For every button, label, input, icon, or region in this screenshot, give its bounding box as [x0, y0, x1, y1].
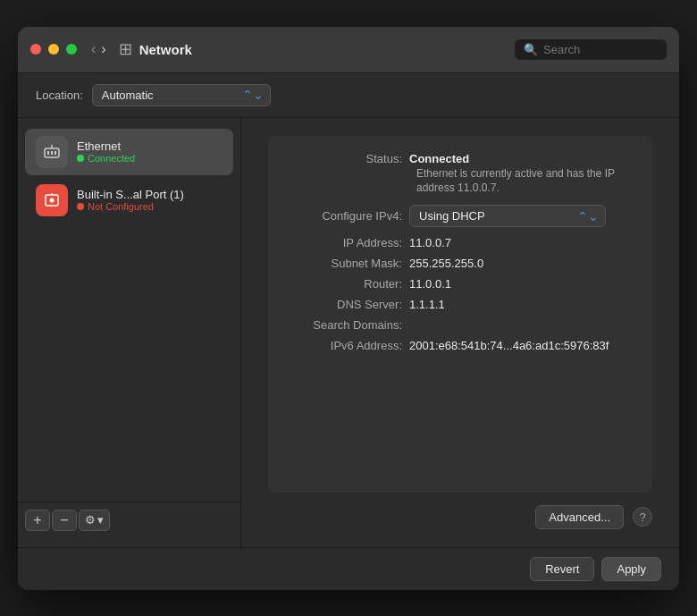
location-select-wrapper: Automatic ⌃⌄ [92, 84, 271, 106]
add-interface-button[interactable]: + [25, 510, 50, 531]
builtin-status-dot [77, 203, 84, 210]
svg-rect-1 [47, 151, 49, 155]
status-value: Connected [409, 152, 469, 165]
ip-address-value: 11.0.0.7 [409, 236, 451, 249]
search-box: 🔍 [515, 39, 667, 60]
configure-label: Configure IPv4: [286, 209, 402, 223]
gear-chevron: ▾ [97, 513, 104, 527]
detail-box: Status: Connected Ethernet is currently … [268, 136, 652, 493]
ethernet-status-dot [77, 155, 84, 162]
ethernet-status-text: Connected [88, 153, 135, 164]
ethernet-status: Connected [77, 153, 135, 164]
ethernet-item-text: Ethernet Connected [77, 139, 135, 164]
status-row: Status: Connected Ethernet is currently … [286, 150, 634, 197]
main-window: ‹ › ⊞ Network 🔍 Location: Automatic ⌃⌄ [18, 27, 679, 590]
gear-icon: ⚙ [85, 513, 96, 527]
traffic-lights [30, 44, 77, 55]
remove-interface-button[interactable]: − [52, 510, 77, 531]
ethernet-icon [36, 136, 68, 168]
dns-server-value: 1.1.1.1 [409, 298, 445, 311]
sidebar-bottom: + − ⚙ ▾ [18, 502, 240, 538]
configure-ipv4-row: Configure IPv4: Using DHCP ⌃⌄ [286, 205, 634, 227]
search-input[interactable] [543, 43, 658, 56]
svg-point-6 [50, 198, 55, 202]
search-icon: 🔍 [524, 43, 538, 56]
detail-bottom: Advanced... ? [268, 493, 652, 529]
ip-address-label: IP Address: [286, 236, 402, 249]
footer: Revert Apply [18, 547, 679, 590]
maximize-button[interactable] [66, 44, 77, 55]
sidebar-item-ethernet[interactable]: Ethernet Connected [25, 129, 233, 175]
location-toolbar: Location: Automatic ⌃⌄ [18, 73, 679, 118]
subnet-mask-value: 255.255.255.0 [409, 257, 483, 270]
subnet-mask-row: Subnet Mask: 255.255.255.0 [286, 257, 634, 270]
nav-arrows: ‹ › [91, 41, 106, 57]
svg-rect-3 [55, 151, 56, 155]
status-value-group: Connected Ethernet is currently active a… [409, 150, 634, 197]
svg-rect-2 [51, 151, 53, 155]
interface-gear-button[interactable]: ⚙ ▾ [79, 510, 110, 531]
status-label: Status: [286, 152, 402, 165]
builtin-icon [36, 184, 68, 216]
location-label: Location: [36, 89, 83, 102]
sidebar: Ethernet Connected [18, 118, 241, 547]
main-content: Ethernet Connected [18, 118, 679, 547]
detail-panel: Status: Connected Ethernet is currently … [241, 118, 679, 547]
sidebar-items: Ethernet Connected [18, 127, 240, 502]
window-title: Network [139, 42, 192, 57]
titlebar: ‹ › ⊞ Network 🔍 [18, 27, 679, 73]
back-arrow[interactable]: ‹ [91, 41, 96, 57]
builtin-status-text: Not Configured [88, 201, 154, 212]
minimize-button[interactable] [48, 44, 59, 55]
search-domains-label: Search Domains: [286, 318, 402, 332]
close-button[interactable] [30, 44, 41, 55]
search-domains-row: Search Domains: [286, 318, 634, 332]
revert-button[interactable]: Revert [530, 557, 594, 581]
help-button[interactable]: ? [633, 507, 652, 527]
dns-server-label: DNS Server: [286, 298, 402, 311]
ipv6-address-label: IPv6 Address: [286, 339, 402, 352]
location-select[interactable]: Automatic [92, 84, 271, 106]
ip-address-row: IP Address: 11.0.0.7 [286, 236, 634, 249]
ipv6-address-value: 2001:e68:541b:74...4a6:ad1c:5976:83f [409, 339, 609, 352]
sidebar-item-builtin[interactable]: Built-in S...al Port (1) Not Configured [25, 177, 233, 224]
ipv6-address-row: IPv6 Address: 2001:e68:541b:74...4a6:ad1… [286, 339, 634, 352]
dns-server-row: DNS Server: 1.1.1.1 [286, 298, 634, 311]
grid-icon[interactable]: ⊞ [119, 39, 132, 59]
builtin-name: Built-in S...al Port (1) [77, 188, 184, 201]
router-row: Router: 11.0.0.1 [286, 277, 634, 291]
advanced-button[interactable]: Advanced... [535, 505, 624, 529]
builtin-status: Not Configured [77, 201, 184, 212]
builtin-item-text: Built-in S...al Port (1) Not Configured [77, 188, 184, 212]
forward-arrow[interactable]: › [101, 41, 105, 57]
ethernet-name: Ethernet [77, 139, 135, 153]
apply-button[interactable]: Apply [601, 557, 661, 581]
configure-ipv4-select[interactable]: Using DHCP [409, 205, 606, 227]
subnet-mask-label: Subnet Mask: [286, 257, 402, 270]
router-value: 11.0.0.1 [409, 277, 451, 291]
router-label: Router: [286, 277, 402, 291]
status-description: Ethernet is currently active and has the… [416, 166, 634, 197]
configure-select-wrapper: Using DHCP ⌃⌄ [409, 205, 606, 227]
